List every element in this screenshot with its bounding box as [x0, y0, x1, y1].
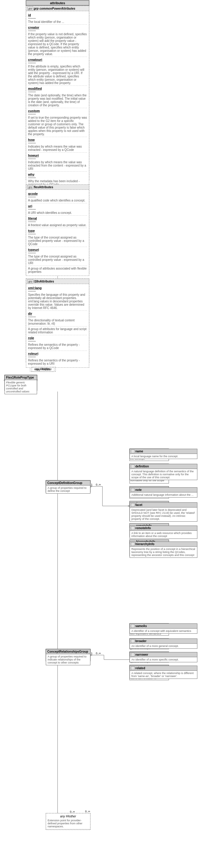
same-as-header: □ sameAs	[130, 624, 197, 628]
concept-definition-group-box: ConceptDefinitionGroup A group of proper…	[46, 480, 90, 494]
svg-text:1: 1	[91, 652, 92, 655]
related-icon: □	[131, 666, 135, 670]
narrower-desc: An identifier of a more specific concept…	[130, 657, 197, 662]
remote-info-desc: A link to an item or a web resource whic…	[130, 531, 197, 538]
attr-qcode: qcode ▪▪▪▪▪▪▪▪ A qualified code which id…	[28, 192, 87, 202]
any-other-bottom-mult: 0..∞	[85, 810, 90, 813]
attr-i18n-instance: A group of attributes for language and s…	[28, 328, 87, 334]
broader-icon: □	[131, 640, 135, 643]
i18n-group-icon: grp	[27, 279, 33, 283]
flex-role-prop-type-desc: Flexible generic PCLtype for both contro…	[5, 380, 37, 394]
name-box: □ name A local language name for the con…	[129, 449, 197, 459]
concept-rel-header: ConceptRelationshipsGroup	[46, 649, 90, 654]
broader-header: □ broader	[130, 639, 197, 644]
attr-role: role ▪▪▪▪▪▪▪▪ Refines the semantics of t…	[28, 336, 87, 350]
svg-marker-95	[90, 654, 92, 656]
hierarchy-info-desc: Represents the position of a concept in …	[130, 547, 197, 557]
diagram-container: attributes any ##other Flex1RolePropType…	[0, 0, 204, 868]
note-icon: □	[131, 488, 135, 492]
any-other-bottom-box: any ##other 0..∞ Extension point for pro…	[46, 813, 90, 830]
facet-desc: Deprecated (and later facet is deprecate…	[130, 507, 197, 521]
flex-group-icon: grp	[27, 185, 33, 189]
facet-header: □ facet	[130, 503, 197, 507]
svg-text:0..∞: 0..∞	[70, 810, 75, 813]
group-icon: grp	[27, 7, 33, 10]
definition-header: □ definition	[130, 464, 197, 469]
concept-def-header: ConceptDefinitionGroup	[46, 481, 90, 486]
note-header: □ note	[130, 488, 197, 492]
svg-text:1: 1	[91, 483, 92, 486]
narrower-icon: □	[131, 653, 135, 656]
attr-creator: creator ▪▪▪▪▪▪▪▪ If the property value i…	[28, 26, 87, 56]
same-as-box: □ sameAs A identifier of a concept with …	[129, 623, 197, 634]
remote-info-header: □ remoteInfo	[130, 526, 197, 531]
attr-dir: dir ▪▪▪▪▪▪▪▪ The directionality of textu…	[28, 312, 87, 325]
attr-how: how ▪▪▪▪▪▪▪▪ Indicates by which means th…	[28, 138, 87, 152]
attr-typeuri: typeuri ▪▪▪▪▪▪▪▪ The type of the concept…	[28, 248, 87, 265]
same-as-icon: □	[131, 624, 135, 628]
concept-relationships-group-box: ConceptRelationshipsGroup A group of pro…	[46, 649, 90, 665]
attr-custom: custom ▪▪▪▪▪▪▪▪ If set to true the corre…	[28, 109, 87, 136]
related-desc: A related concept, where the relationshi…	[130, 671, 197, 679]
any-other-label: any ##other	[36, 368, 52, 371]
definition-box: □ definition A natural language definiti…	[129, 464, 197, 480]
attr-roleuri: roleuri ▪▪▪▪▪▪▪▪ Refines the semantics o…	[28, 352, 87, 365]
hierarchy-info-box: □ hierarchyInfo Represents the position …	[129, 541, 197, 558]
name-icon: □	[131, 450, 135, 453]
flex-role-prop-type-header: Flex1RolePropType	[5, 375, 37, 380]
narrower-box: □ narrower An identifier of a more speci…	[129, 652, 197, 662]
title-text: attributes	[50, 1, 65, 5]
note-box: □ note Additional natural language infor…	[129, 487, 197, 498]
title-bar: attributes	[26, 0, 89, 5]
name-desc: A local language name for the concept.	[130, 454, 197, 459]
attr-id: id ▪▪▪▪▪▪▪▪ The local identifier of the …	[28, 13, 87, 24]
flex-attributes-header: grp flexAttributes	[26, 185, 89, 190]
definition-desc: A natural language definition of the sem…	[130, 469, 197, 480]
svg-marker-62	[90, 486, 92, 487]
concept-rel-content: A group of properties required to indica…	[46, 654, 90, 665]
attr-modified: modified ▪▪▪▪▪▪▪▪ The date (and optional…	[28, 87, 87, 107]
concept-def-content: A group of properties required to define…	[46, 486, 90, 493]
attr-xmllang: xml:lang ▪▪▪▪▪▪▪▪ Specifies the language…	[28, 286, 87, 310]
definition-icon: □	[131, 465, 135, 468]
facet-box: □ facet Deprecated (and later facet is d…	[129, 502, 197, 522]
remote-info-icon: □	[131, 526, 135, 530]
flex-attrs-content: qcode ▪▪▪▪▪▪▪▪ A qualified code which id…	[26, 190, 89, 276]
attr-type: type ▪▪▪▪▪▪▪▪ The type of the concept as…	[28, 229, 87, 246]
flex-role-prop-type-box: Flex1RolePropType Flexible generic PCLty…	[4, 375, 37, 394]
flex-group-label: flexAttributes	[34, 186, 53, 189]
svg-text:0..∞: 0..∞	[96, 652, 100, 655]
narrower-header: □ narrower	[130, 652, 197, 657]
common-group-label: grp commonPowerAttributes	[34, 7, 75, 10]
attr-uri: uri ▪▪▪▪▪▪▪▪ A URI which identifies a co…	[28, 204, 87, 214]
remote-info-box: □ remoteInfo A link to an item or a web …	[129, 526, 197, 539]
svg-text:0..∞: 0..∞	[96, 483, 100, 486]
attr-howuri: howuri ▪▪▪▪▪▪▪▪ Indicates by which means…	[28, 154, 87, 170]
i18n-group-label: i18nAttributes	[34, 280, 54, 283]
any-other-box: any ##other	[32, 367, 56, 372]
any-other-bottom-label: any ##other	[48, 815, 89, 818]
hierarchy-info-header: □ hierarchyInfo	[130, 542, 197, 547]
note-desc: Additional natural language information …	[130, 492, 197, 497]
attr-flex-instance: A group of attributes associated with fl…	[28, 267, 87, 274]
attr-creatouri: creatouri ▪▪▪▪▪▪▪▪ If the attribute is e…	[28, 58, 87, 85]
broader-box: □ broader An identifier of a more genera…	[129, 639, 197, 649]
related-header: □ related	[130, 666, 197, 671]
common-power-attributes-header: grp grp commonPowerAttributes	[26, 6, 89, 11]
i18n-attributes-box: grp i18nAttributes xml:lang ▪▪▪▪▪▪▪▪ Spe…	[26, 279, 89, 368]
related-box: □ related A related concept, where the r…	[129, 665, 197, 679]
attr-literal: literal ▪▪▪▪▪▪▪▪ A freetext value assign…	[28, 217, 87, 227]
hierarchy-info-icon: □	[131, 542, 135, 546]
facet-icon: □	[131, 503, 135, 506]
i18n-attrs-content: xml:lang ▪▪▪▪▪▪▪▪ Specifies the language…	[26, 284, 89, 367]
same-as-desc: A identifier of a concept with equivalen…	[130, 628, 197, 633]
any-other-bottom-desc: Extension point for provider-defined pro…	[48, 819, 89, 828]
broader-desc: An identifier of a more general concept.	[130, 644, 197, 648]
flex-attributes-box: grp flexAttributes qcode ▪▪▪▪▪▪▪▪ A qual…	[26, 184, 89, 276]
name-header: □ name	[130, 449, 197, 454]
i18n-attributes-header: grp i18nAttributes	[26, 279, 89, 284]
